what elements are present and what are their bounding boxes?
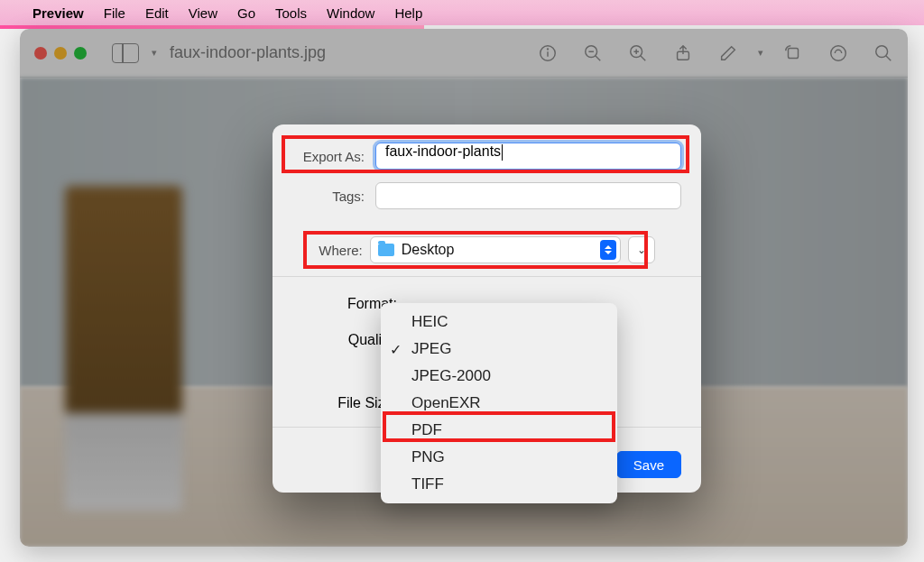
menubar: Preview File Edit View Go Tools Window H… bbox=[0, 0, 924, 25]
format-option-tiff[interactable]: TIFF bbox=[381, 471, 617, 498]
menubar-help[interactable]: Help bbox=[394, 5, 422, 21]
share-icon[interactable] bbox=[673, 43, 693, 63]
format-dropdown: HEIC ✓JPEG JPEG-2000 OpenEXR PDF PNG TIF… bbox=[381, 303, 617, 503]
menubar-file[interactable]: File bbox=[104, 5, 125, 21]
svg-line-4 bbox=[596, 55, 601, 60]
zoom-out-icon[interactable] bbox=[583, 43, 603, 63]
tags-input[interactable] bbox=[375, 182, 681, 209]
menubar-go[interactable]: Go bbox=[237, 5, 255, 21]
where-expand-button[interactable]: ⌄ bbox=[628, 236, 655, 263]
menubar-view[interactable]: View bbox=[189, 5, 217, 21]
format-option-jpeg2000[interactable]: JPEG-2000 bbox=[381, 363, 617, 390]
markup-icon[interactable] bbox=[718, 43, 738, 63]
menubar-app[interactable]: Preview bbox=[32, 5, 84, 21]
svg-point-12 bbox=[831, 45, 846, 60]
svg-line-14 bbox=[886, 55, 892, 60]
menubar-edit[interactable]: Edit bbox=[145, 5, 169, 21]
export-sheet: Export As: faux-indoor-plants Tags: Wher… bbox=[273, 124, 701, 493]
zoom-in-icon[interactable] bbox=[628, 43, 648, 63]
rotate-icon[interactable] bbox=[783, 43, 803, 63]
close-window-button[interactable] bbox=[34, 47, 47, 60]
menubar-window[interactable]: Window bbox=[327, 5, 374, 21]
where-stepper-icon bbox=[600, 240, 616, 260]
format-option-png[interactable]: PNG bbox=[381, 444, 617, 471]
window-title: faux-indoor-plants.jpg bbox=[170, 43, 326, 62]
where-label: Where: bbox=[319, 243, 362, 258]
where-select[interactable]: Desktop bbox=[370, 236, 621, 263]
search-icon[interactable] bbox=[873, 43, 893, 63]
tags-label: Tags: bbox=[292, 189, 375, 204]
export-as-value: faux-indoor-plants bbox=[385, 143, 501, 159]
highlight-icon[interactable] bbox=[828, 43, 848, 63]
menubar-tools[interactable]: Tools bbox=[275, 5, 307, 21]
info-icon[interactable] bbox=[538, 43, 558, 63]
where-value: Desktop bbox=[402, 242, 593, 258]
svg-point-13 bbox=[876, 45, 888, 57]
export-as-input[interactable]: faux-indoor-plants bbox=[375, 143, 681, 170]
sidebar-toggle-icon[interactable] bbox=[112, 43, 139, 63]
format-option-heic[interactable]: HEIC bbox=[381, 309, 617, 336]
export-as-label: Export As: bbox=[292, 149, 375, 164]
markup-chevron-icon[interactable]: ▾ bbox=[758, 47, 763, 59]
chevron-down-icon[interactable]: ▾ bbox=[152, 47, 157, 59]
format-option-pdf[interactable]: PDF bbox=[381, 417, 617, 444]
format-option-openexr[interactable]: OpenEXR bbox=[381, 390, 617, 417]
check-icon: ✓ bbox=[390, 341, 402, 358]
save-button[interactable]: Save bbox=[616, 451, 681, 478]
fullscreen-window-button[interactable] bbox=[74, 47, 87, 60]
svg-point-2 bbox=[548, 48, 549, 49]
traffic-lights bbox=[34, 47, 87, 60]
folder-icon bbox=[378, 244, 394, 256]
format-option-jpeg[interactable]: ✓JPEG bbox=[381, 336, 617, 363]
titlebar: ▾ faux-indoor-plants.jpg ▾ bbox=[20, 29, 908, 78]
svg-line-7 bbox=[641, 55, 646, 60]
svg-rect-11 bbox=[789, 48, 799, 58]
minimize-window-button[interactable] bbox=[54, 47, 67, 60]
